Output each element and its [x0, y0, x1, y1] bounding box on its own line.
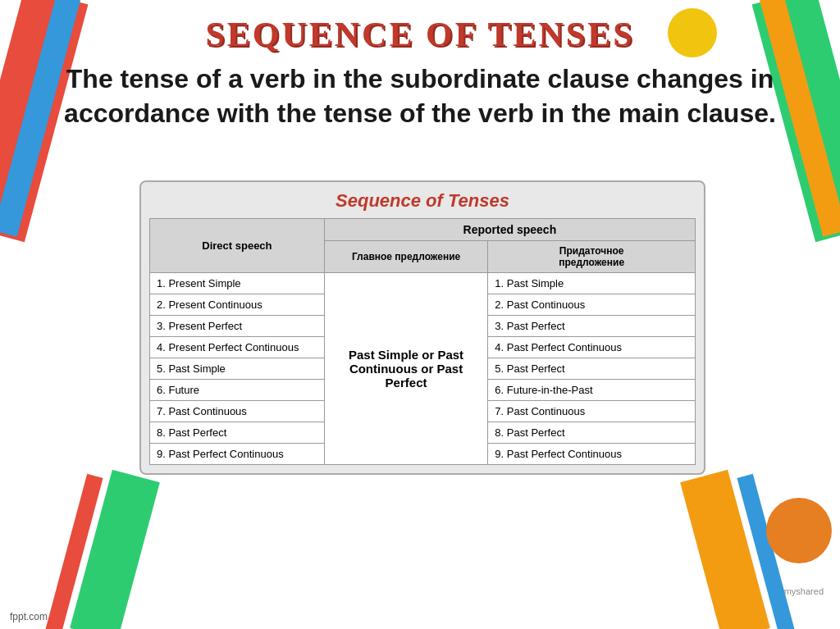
- table-row-reported: 3. Past Perfect: [488, 316, 696, 337]
- sequence-table-container: Sequence of Tenses Direct speech Reporte…: [139, 180, 705, 475]
- table-row-direct: 5. Past Simple: [150, 358, 325, 380]
- fppt-watermark: fppt.com: [10, 611, 48, 622]
- table-row-direct: 6. Future: [150, 380, 325, 401]
- table-title: Sequence of Tenses: [149, 190, 696, 212]
- table-row-direct: 9. Past Perfect Continuous: [150, 444, 325, 465]
- table-row-reported: 7. Past Continuous: [488, 401, 696, 422]
- table-middle-cell: Past Simple or Past Continuous or Past P…: [324, 273, 488, 465]
- table-row-direct: 4. Present Perfect Continuous: [150, 337, 325, 358]
- table-row-direct: 8. Past Perfect: [150, 422, 325, 444]
- col-header-pridatochnoe: Придаточноепредложение: [488, 241, 696, 273]
- col-header-direct: Direct speech: [150, 219, 325, 273]
- page-title: SEQUENCE OF TENSES: [16, 15, 824, 54]
- table-row-reported: 9. Past Perfect Continuous: [488, 444, 696, 465]
- table-row-direct: 2. Present Continuous: [150, 294, 325, 316]
- col-header-reported: Reported speech: [324, 219, 695, 241]
- table-row-reported: 6. Future-in-the-Past: [488, 380, 696, 401]
- table-row-reported: 4. Past Perfect Continuous: [488, 337, 696, 358]
- subtitle-text: The tense of a verb in the subordinate c…: [16, 62, 824, 130]
- table-row-reported: 5. Past Perfect: [488, 358, 696, 380]
- sequence-table: Direct speech Reported speech Главное пр…: [149, 218, 696, 465]
- table-row-reported: 1. Past Simple: [488, 273, 696, 294]
- table-row-direct: 1. Present Simple: [150, 273, 325, 294]
- table-row-direct: 7. Past Continuous: [150, 401, 325, 422]
- table-row-direct: 3. Present Perfect: [150, 316, 325, 337]
- col-header-glavnoe: Главное предложение: [324, 241, 488, 273]
- table-row-reported: 8. Past Perfect: [488, 422, 696, 444]
- table-row-reported: 2. Past Continuous: [488, 294, 696, 316]
- myshared-watermark: myshared: [784, 586, 824, 596]
